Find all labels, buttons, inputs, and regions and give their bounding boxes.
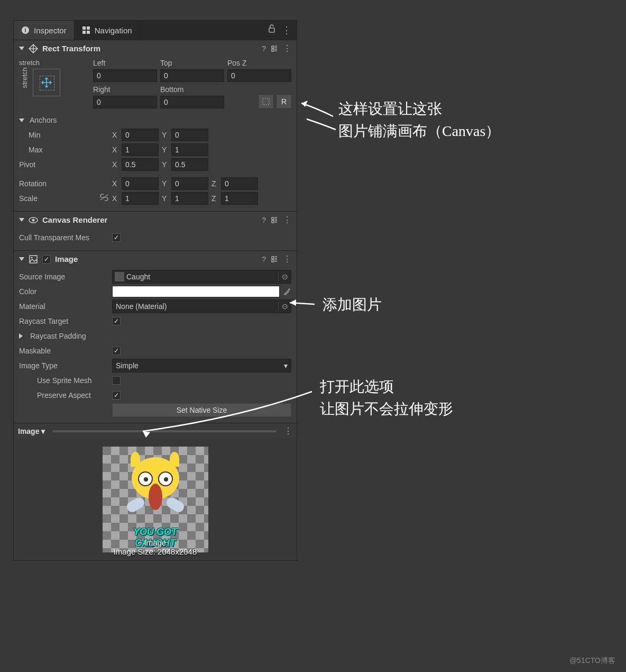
use-sprite-mesh-checkbox[interactable] — [112, 376, 121, 385]
bottom-input[interactable] — [160, 96, 224, 108]
eyedropper-icon[interactable] — [283, 287, 291, 296]
anchor-max-y[interactable] — [171, 143, 208, 156]
source-image-field[interactable]: Caught⊙ — [112, 270, 291, 284]
anchor-preset[interactable]: stretch stretch — [19, 59, 88, 108]
material-field[interactable]: None (Material)⊙ — [112, 299, 291, 313]
left-label: Left — [93, 59, 157, 67]
use-sprite-mesh-label: Use Sprite Mesh — [19, 376, 109, 385]
posz-label: Pos Z — [227, 59, 291, 67]
foldout-icon[interactable] — [19, 333, 23, 339]
canvas-renderer-icon — [29, 216, 38, 224]
raycast-padding-label: Raycast Padding — [30, 332, 86, 340]
pivot-x[interactable] — [122, 158, 159, 171]
tab-inspector[interactable]: i Inspector — [14, 21, 75, 40]
annotation-3: 打开此选项 让图片不会拉伸变形 — [320, 376, 453, 420]
preset-icon[interactable] — [270, 216, 279, 224]
rot-y[interactable] — [171, 177, 208, 190]
kebab-icon[interactable]: ⋮ — [283, 215, 291, 225]
rect-transform-header[interactable]: Rect Transform ? ⋮ — [14, 40, 297, 57]
svg-rect-11 — [30, 256, 37, 263]
lock-icon[interactable] — [268, 24, 275, 36]
foldout-icon[interactable] — [19, 119, 24, 122]
raw-edit-button[interactable]: R — [277, 95, 291, 108]
section-title: Rect Transform — [42, 44, 100, 53]
scale-label: Scale — [19, 194, 38, 203]
svg-point-12 — [31, 257, 33, 258]
tab-label: Inspector — [34, 26, 67, 35]
bottom-label: Bottom — [160, 85, 224, 94]
svg-rect-6 — [269, 28, 274, 32]
object-picker-icon[interactable]: ⊙ — [278, 273, 291, 281]
svg-rect-2 — [82, 26, 86, 30]
anchor-min-y[interactable] — [171, 129, 208, 141]
set-native-size-button[interactable]: Set Native Size — [112, 403, 291, 417]
preview-header: Image ▾ ⋮ — [14, 423, 297, 439]
image-header[interactable]: ✓ Image ? ⋮ — [14, 251, 297, 267]
preview-zoom-slider[interactable] — [52, 430, 277, 432]
preview-name[interactable]: Image ▾ — [18, 427, 45, 435]
anchors-label: Anchors — [30, 116, 57, 124]
chevron-down-icon: ▾ — [284, 361, 288, 370]
kebab-icon[interactable]: ⋮ — [283, 254, 291, 264]
blueprint-mode-button[interactable] — [259, 95, 273, 108]
preserve-aspect-checkbox[interactable]: ✓ — [112, 391, 121, 399]
help-icon[interactable]: ? — [262, 255, 266, 264]
maskable-label: Maskable — [19, 347, 109, 355]
help-icon[interactable]: ? — [262, 44, 266, 53]
anchor-max-x[interactable] — [122, 143, 159, 156]
image-section: ✓ Image ? ⋮ Source Image Caught⊙ Color M… — [14, 250, 297, 423]
source-image-label: Source Image — [19, 273, 109, 281]
color-field[interactable] — [112, 286, 280, 297]
image-type-dropdown[interactable]: Simple▾ — [112, 359, 291, 373]
kebab-icon[interactable]: ⋮ — [284, 426, 292, 436]
min-label: Min — [19, 131, 109, 139]
inspector-panel: i Inspector Navigation ⋮ Rect Transform — [13, 20, 297, 561]
kebab-icon[interactable]: ⋮ — [282, 24, 291, 36]
preview-info-text: Image Image Size: 2048x2048 — [14, 538, 297, 556]
posz-input[interactable] — [227, 69, 291, 82]
foldout-icon — [19, 257, 24, 261]
preview-sprite: YOU GOT CAUGHT — [116, 455, 195, 544]
top-input[interactable] — [160, 69, 224, 82]
top-label: Top — [160, 59, 224, 67]
kebab-icon[interactable]: ⋮ — [283, 43, 291, 53]
svg-point-10 — [32, 219, 35, 221]
raycast-target-checkbox[interactable]: ✓ — [112, 317, 121, 325]
image-enable-checkbox[interactable]: ✓ — [42, 255, 51, 264]
constrain-icon[interactable] — [99, 194, 109, 203]
tab-navigation[interactable]: Navigation — [75, 21, 140, 40]
info-icon: i — [21, 26, 30, 34]
svg-rect-4 — [82, 31, 86, 34]
maskable-checkbox[interactable]: ✓ — [112, 347, 121, 355]
rot-x[interactable] — [122, 177, 159, 190]
svg-rect-5 — [87, 31, 90, 34]
svg-rect-7 — [263, 98, 269, 105]
image-component-icon — [29, 255, 38, 264]
preset-icon[interactable] — [270, 44, 279, 53]
left-input[interactable] — [93, 69, 157, 82]
max-label: Max — [19, 146, 109, 154]
canvas-renderer-header[interactable]: Canvas Renderer ? ⋮ — [14, 212, 297, 228]
scale-y[interactable] — [171, 192, 208, 205]
scale-x[interactable] — [122, 192, 159, 205]
object-picker-icon[interactable]: ⊙ — [278, 302, 291, 311]
material-label: Material — [19, 302, 109, 311]
scale-z[interactable] — [221, 192, 258, 205]
image-type-label: Image Type — [19, 361, 109, 370]
cull-checkbox[interactable]: ✓ — [112, 233, 121, 242]
help-icon[interactable]: ? — [262, 216, 266, 224]
rot-z[interactable] — [221, 177, 258, 190]
annotation-1: 这样设置让这张 图片铺满画布（Canvas） — [338, 98, 500, 142]
rect-transform-icon — [29, 44, 38, 53]
tab-label: Navigation — [95, 26, 132, 35]
preset-icon[interactable] — [270, 255, 279, 264]
stretch-label-v: stretch — [21, 77, 29, 88]
pivot-y[interactable] — [171, 158, 208, 171]
foldout-icon — [19, 47, 24, 50]
preview-area: YOU GOT CAUGHT Image Image Size: 2048x20… — [14, 439, 297, 560]
rect-transform-section: Rect Transform ? ⋮ stretch stretch — [14, 40, 297, 211]
stretch-label-h: stretch — [19, 59, 88, 67]
color-label: Color — [19, 287, 109, 296]
right-input[interactable] — [93, 96, 157, 108]
anchor-min-x[interactable] — [122, 129, 159, 141]
